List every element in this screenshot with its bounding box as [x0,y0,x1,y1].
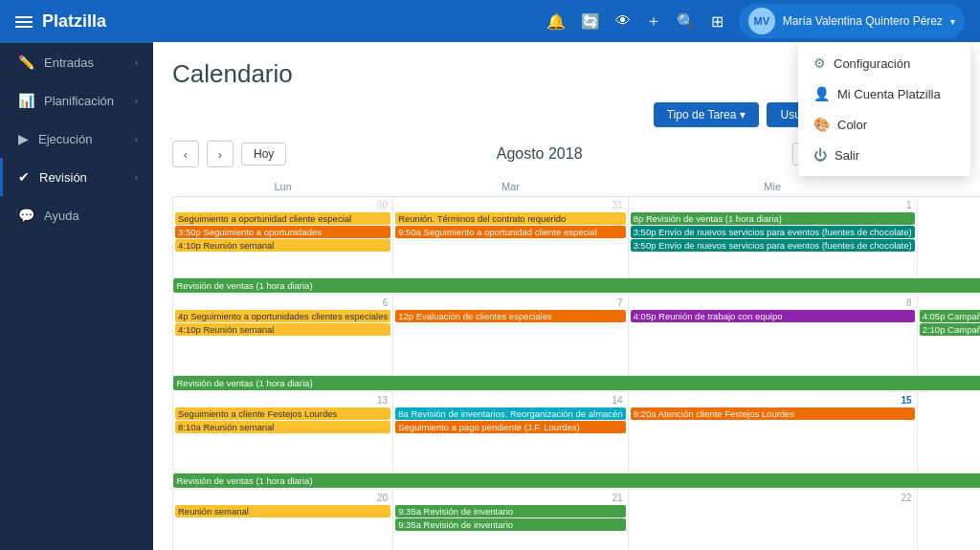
calendar-cell[interactable]: 148a Revisión de inventarios. Reorganiza… [393,392,628,473]
calendar-cell[interactable]: 712p Evaluación de clientes especiales [393,295,628,376]
sidebar-item-planificacion[interactable]: 📊 Planificación › [0,81,153,120]
user-menu-trigger[interactable]: MV María Valentina Quintero Pérez ▾ [739,4,965,38]
calendar-cell[interactable]: 30Seguimiento a oportunidad cliente espe… [173,197,393,278]
calendar-event[interactable]: 4p Seguimiento a oportunidades clientes … [175,310,390,322]
chevron-right-icon: › [135,96,138,106]
calendar-cell[interactable]: 159:20a Atención cliente Festejos Lourde… [628,392,917,473]
date-number: 1 [631,199,915,211]
user-icon: 👤 [813,86,830,101]
calendar-month-year: Agosto 2018 [294,145,785,163]
calendar-event[interactable]: 12p Evaluación de clientes especiales [395,310,625,322]
today-button[interactable]: Hoy [241,143,286,165]
row-banner: Revisión de ventas (1 hora diaria) [173,473,981,488]
sidebar-item-label: Revisión [39,170,87,185]
date-number: 9 [920,297,980,309]
planificacion-icon: 📊 [18,93,34,108]
calendar-event[interactable]: 4:05p Reunión de trabajo con equipo [631,310,915,322]
calendar-cell[interactable]: 84:05p Reunión de trabajo con equipo [628,295,917,376]
calendar-event[interactable]: 8:10a Reunión semanal [175,421,390,433]
avatar-initials: MV [754,15,770,27]
revision-icon: ✔ [18,169,30,185]
date-number: 8 [631,297,915,309]
calendar-cell[interactable]: 18p Revisión de ventas (1 hora diaria)3:… [628,197,917,278]
calendar-event[interactable]: 3:50p Envío de nuevos servicios para eve… [631,239,915,252]
row-banner: Revisión de ventas (1 hora diaria) [173,376,981,390]
calendar-event[interactable]: 8a Revisión de inventarios. Reorganizaci… [395,407,625,420]
sidebar-item-label: Ayuda [44,209,79,223]
calendar-event[interactable]: 9:35a Revisión de inventario [395,505,625,517]
chevron-down-icon: ▾ [950,16,955,27]
calendar-event[interactable]: 2:10p Campaña comercial clientes recurre… [920,323,980,336]
calendar-event[interactable]: Reunión semanal [175,505,390,517]
calendar-event[interactable]: 9:20a Atención cliente Festejos Lourdes [631,407,915,420]
eye-icon[interactable]: 👁 [615,12,631,30]
sidebar-item-ejecucion[interactable]: ▶ Ejecución › [0,120,153,158]
user-name: María Valentina Quintero Pérez [783,14,943,28]
ejecucion-icon: ▶ [18,131,29,146]
dropdown-item-label: Mi Cuenta Platzilla [837,87,941,101]
hamburger-icon[interactable] [15,16,33,28]
calendar-event[interactable]: 3:50p Envío de nuevos servicios para eve… [631,226,915,238]
gear-icon: ⚙ [813,55,826,71]
calendar-cell[interactable]: 16 [917,392,980,473]
calendar-event[interactable]: Seguimiento a pago pendiente (J.F. Lourd… [395,421,625,433]
sidebar-item-ayuda[interactable]: 💬 Ayuda [0,196,153,234]
date-number: 13 [175,394,390,407]
calendar-cell[interactable]: 219:35a Revisión de inventario9:35a Revi… [393,490,628,551]
calendar-cell[interactable]: 64p Seguimiento a oportunidades clientes… [173,295,393,376]
calendar-event[interactable]: Seguimiento a cliente Festejos Lourdes [175,407,390,420]
prev-button[interactable]: ‹ [172,141,199,167]
entradas-icon: ✏️ [18,55,34,70]
dropdown-item-label: Configuración [834,56,910,71]
calendar-event[interactable]: 4:10p Reunión semanal [175,323,390,336]
calendar-day-header: Mar [393,177,628,197]
ayuda-icon: 💬 [18,208,34,223]
date-number: 21 [395,492,625,504]
main-content: 🔔 🔄 👁 ＋ 🔍 ⊞ MV María Valentina Quintero … [153,0,980,550]
calendar-cell[interactable]: 23 [917,490,980,551]
calendar-event[interactable]: 4:05p Campaña comercial [920,310,980,322]
date-number: 30 [175,199,390,211]
calendar-cell[interactable]: 20Reunión semanal [173,490,393,551]
dropdown-configuracion[interactable]: ⚙ Configuración [798,48,970,78]
calendar-event[interactable]: Reunión. Términos del contrato requerido [395,212,625,225]
next-button[interactable]: › [207,141,234,167]
chevron-right-icon: › [135,57,138,68]
grid-icon[interactable]: ⊞ [711,12,724,31]
date-number: 7 [395,297,625,309]
calendar-cell[interactable]: 13Seguimiento a cliente Festejos Lourdes… [173,392,393,473]
dropdown-color[interactable]: 🎨 Color [798,109,970,140]
calendar-event[interactable]: 4:10p Reunión semanal [175,239,390,252]
search-icon[interactable]: 🔍 [677,12,696,31]
tipo-tarea-button[interactable]: Tipo de Tarea ▾ [654,102,760,127]
calendar-cell[interactable]: 31Reunión. Términos del contrato requeri… [393,197,628,278]
date-number: 14 [395,394,625,407]
date-number: 23 [920,492,980,504]
history-icon[interactable]: 🔄 [581,12,600,31]
date-number: 15 [631,394,915,407]
user-dropdown-menu: ⚙ Configuración 👤 Mi Cuenta Platzilla 🎨 … [798,42,970,176]
avatar: MV [748,8,775,34]
calendar-cell[interactable]: 2 [917,197,980,278]
sidebar-item-revision[interactable]: ✔ Revisión › [0,158,153,196]
calendar-event[interactable]: 8p Revisión de ventas (1 hora diaria) [631,212,915,225]
calendar-cell[interactable]: 22 [628,490,917,551]
date-number: 31 [395,199,625,211]
calendar-event[interactable]: 3:50p Seguimiento a oportunidades [175,226,390,238]
app-logo[interactable]: Platzilla [0,0,153,43]
table-row: 64p Seguimiento a oportunidades clientes… [173,295,981,376]
sidebar-item-label: Planificación [44,94,114,108]
bell-icon[interactable]: 🔔 [546,12,566,31]
plus-icon[interactable]: ＋ [646,11,661,32]
chevron-right-icon: › [135,172,138,183]
calendar-cell[interactable]: 94:05p Campaña comercial2:10p Campaña co… [917,295,980,376]
dropdown-salir[interactable]: ⏻ Salir [798,140,970,170]
calendar-event[interactable]: 9:35a Revisión de inventario [395,518,625,531]
date-number: 22 [631,492,915,504]
date-number: 2 [920,199,980,211]
calendar-event[interactable]: 9:50a Seguimiento a oportunidad cliente … [395,226,625,238]
sidebar-item-entradas[interactable]: ✏️ Entradas › [0,43,153,81]
dropdown-item-label: Color [837,118,867,132]
dropdown-mi-cuenta[interactable]: 👤 Mi Cuenta Platzilla [798,78,970,109]
calendar-event[interactable]: Seguimiento a oportunidad cliente especi… [175,212,390,225]
